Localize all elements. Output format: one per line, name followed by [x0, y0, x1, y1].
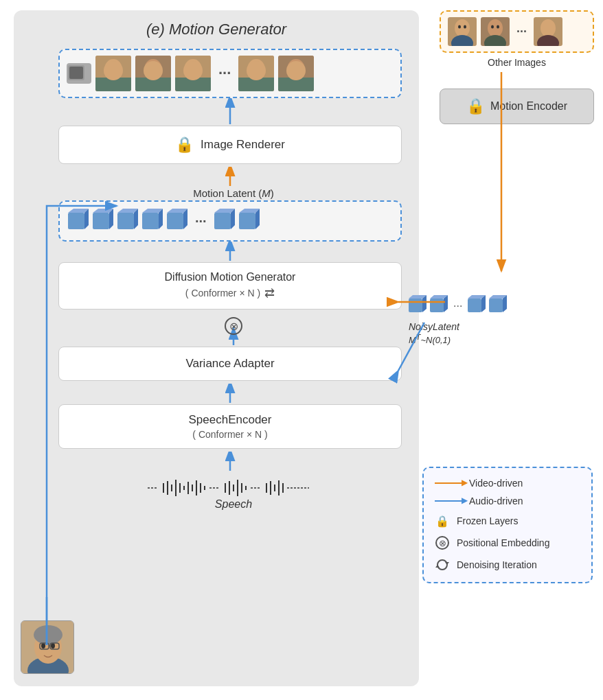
svg-rect-8 [135, 56, 171, 91]
denoising-icon: ⇄ [264, 285, 275, 301]
svg-rect-2 [69, 67, 83, 79]
legend-denoising: Denoising Iteration [435, 557, 580, 572]
face-thumb-2 [135, 56, 171, 91]
svg-point-14 [184, 59, 202, 80]
svg-point-7 [115, 66, 119, 70]
svg-point-10 [141, 76, 166, 91]
svg-rect-46 [239, 213, 255, 229]
audio-driven-label: Audio-driven [469, 495, 523, 506]
svg-point-104 [497, 25, 499, 29]
svg-marker-123 [435, 565, 440, 568]
legend-audio-driven: Audio-driven [435, 495, 580, 506]
denoising-label: Denoising Iteration [457, 559, 537, 570]
motion-latent-label: Motion Latent (M) [58, 187, 409, 199]
right-panel: ··· Other Images 🔒 Motion Encoder [440, 10, 594, 124]
svg-marker-1 [84, 67, 90, 79]
face-thumb-5 [278, 56, 314, 91]
svg-rect-3 [95, 56, 131, 91]
person-image [21, 620, 74, 674]
other-images-label: Other Images [440, 57, 594, 68]
lock-icon-renderer: 🔒 [175, 136, 194, 154]
svg-rect-43 [214, 213, 231, 229]
frozen-layers-label: Frozen Layers [457, 515, 518, 526]
face-thumb-1 [95, 56, 131, 91]
legend-video-driven: Video-driven [435, 478, 580, 489]
face-thumb-4 [238, 56, 274, 91]
svg-point-96 [455, 19, 470, 37]
noisy-latent-label: NoisyLatent [409, 321, 587, 332]
other-images-box: ··· [440, 10, 594, 53]
speech-encoder-label: SpeechEncoder [73, 413, 387, 427]
speech-encoder-sub: ( Conformer × N ) [73, 429, 387, 440]
svg-point-98 [458, 25, 461, 29]
legend-frozen-layers: 🔒 Frozen Layers [435, 513, 580, 528]
svg-rect-34 [117, 213, 134, 229]
blue-line-icon [435, 500, 462, 502]
svg-rect-21 [278, 56, 314, 91]
noisy-latent-section: ··· NoisyLatent MT~N(0,1) [409, 295, 587, 345]
diffusion-generator-label: Diffusion Motion Generator [73, 271, 387, 283]
speech-area: Speech [58, 478, 409, 511]
svg-rect-117 [489, 299, 503, 312]
legend-box: Video-driven Audio-driven 🔒 Frozen Layer… [422, 467, 593, 583]
svg-point-15 [181, 76, 205, 91]
svg-point-4 [104, 59, 122, 80]
main-diagram-container: (e) Motion Generator [14, 10, 419, 686]
noisy-latent-formula: MT~N(0,1) [409, 333, 587, 345]
variance-adapter-label: Variance Adapter [185, 357, 274, 370]
motion-encoder-label: Motion Encoder [490, 100, 567, 113]
image-renderer-box: 🔒 Image Renderer [58, 126, 402, 164]
dots-1: ··· [215, 65, 234, 82]
svg-point-19 [247, 59, 265, 80]
noisy-cubes-row: ··· [409, 295, 587, 317]
image-renderer-label: Image Renderer [201, 138, 285, 152]
svg-point-6 [109, 66, 112, 70]
svg-point-99 [464, 25, 466, 29]
svg-point-23 [284, 76, 308, 91]
svg-point-101 [488, 19, 503, 37]
svg-rect-108 [409, 299, 422, 312]
diagram-title: (e) Motion Generator [24, 21, 409, 38]
legend-positional: ⊗ Positional Embedding [435, 535, 580, 550]
svg-rect-13 [175, 56, 211, 91]
svg-point-9 [144, 59, 162, 80]
denoising-legend-icon [435, 557, 450, 572]
svg-rect-114 [468, 299, 481, 312]
lock-icon-motion-encoder: 🔒 [466, 97, 485, 115]
svg-point-91 [51, 643, 55, 649]
svg-rect-31 [93, 213, 109, 229]
video-frames-box: ··· [58, 49, 402, 98]
motion-encoder-box: 🔒 Motion Encoder [440, 89, 594, 124]
speech-label: Speech [58, 498, 409, 511]
svg-point-16 [188, 66, 192, 70]
svg-rect-28 [68, 213, 84, 229]
svg-text:⊗: ⊗ [439, 538, 446, 548]
svg-point-90 [41, 643, 45, 649]
svg-point-20 [244, 76, 269, 91]
svg-rect-37 [142, 213, 159, 229]
lock-legend-icon: 🔒 [435, 513, 450, 528]
speech-encoder-box: SpeechEncoder ( Conformer × N ) [58, 404, 402, 449]
svg-marker-122 [445, 562, 449, 565]
dots-2: ··· [192, 213, 210, 229]
positional-legend-icon: ⊗ [435, 535, 450, 550]
variance-adapter-box: Variance Adapter [58, 347, 402, 381]
cubes-box: ··· [58, 200, 402, 242]
svg-point-22 [287, 59, 305, 80]
video-driven-label: Video-driven [469, 478, 523, 489]
svg-text:⊗: ⊗ [229, 320, 238, 332]
svg-point-17 [195, 66, 198, 70]
svg-point-89 [34, 625, 62, 644]
diffusion-sub-label: ( Conformer × N ) [185, 288, 260, 299]
video-icon [67, 63, 91, 84]
face-thumb-3 [175, 56, 211, 91]
svg-point-106 [541, 19, 556, 37]
svg-point-5 [101, 76, 126, 91]
positional-embed-label: Positional Embedding [457, 537, 549, 548]
svg-rect-18 [238, 56, 274, 91]
svg-rect-40 [167, 213, 183, 229]
svg-point-11 [148, 66, 152, 70]
diffusion-generator-box: Diffusion Motion Generator ( Conformer ×… [58, 262, 402, 310]
svg-rect-111 [430, 299, 444, 312]
svg-point-103 [491, 25, 494, 29]
